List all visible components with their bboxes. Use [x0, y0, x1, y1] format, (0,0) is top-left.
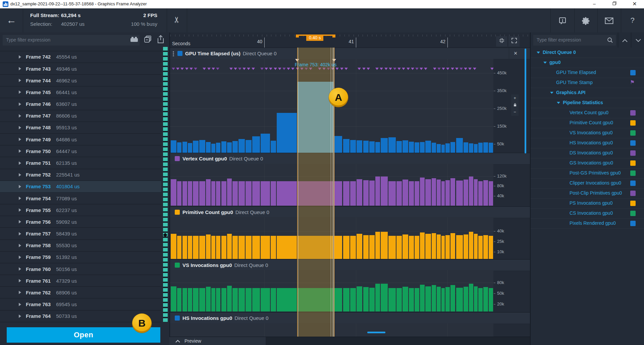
- data-bar[interactable]: [206, 234, 211, 259]
- metric-row[interactable]: VS Invocations gpu0: [531, 128, 644, 138]
- tree-caret-icon[interactable]: [557, 102, 560, 104]
- expand-caret-icon[interactable]: [19, 279, 21, 282]
- data-bar[interactable]: [193, 288, 199, 312]
- metric-color-swatch[interactable]: [630, 120, 636, 126]
- metric-prev-button[interactable]: [618, 32, 631, 48]
- data-bar[interactable]: [432, 143, 436, 153]
- data-bar[interactable]: [402, 140, 408, 153]
- expand-caret-icon[interactable]: [19, 303, 21, 306]
- frame-list-scrollbar[interactable]: [163, 47, 168, 322]
- data-bar[interactable]: [388, 236, 396, 259]
- data-bar[interactable]: [171, 179, 176, 206]
- frame-row[interactable]: Frame 74566441 us: [0, 86, 161, 98]
- zoom-out-button[interactable]: −: [511, 109, 519, 116]
- data-bar[interactable]: [221, 236, 227, 259]
- metric-row[interactable]: PS Invocations gpu0: [531, 198, 644, 209]
- data-bar[interactable]: [396, 288, 402, 312]
- data-bar[interactable]: [177, 181, 182, 206]
- data-bar[interactable]: [415, 288, 419, 312]
- data-bar[interactable]: [221, 181, 227, 206]
- data-bar[interactable]: [409, 181, 414, 206]
- data-bar[interactable]: [396, 141, 402, 153]
- data-bar[interactable]: [425, 179, 431, 206]
- data-bar[interactable]: [199, 288, 205, 312]
- data-bar[interactable]: [450, 285, 455, 312]
- metric-row[interactable]: Direct Queue 0: [531, 48, 644, 58]
- frame-row[interactable]: Frame 76050156 us: [0, 263, 161, 275]
- expand-caret-icon[interactable]: [19, 291, 21, 294]
- frame-row[interactable]: Frame 752225541 us: [0, 169, 161, 181]
- data-bar[interactable]: [456, 235, 463, 259]
- data-bar[interactable]: [363, 180, 369, 206]
- data-bar[interactable]: [227, 142, 232, 153]
- data-bar[interactable]: [464, 180, 468, 206]
- data-bar[interactable]: [445, 143, 450, 153]
- data-bar[interactable]: [177, 288, 182, 312]
- preview-toggle[interactable]: Preview: [169, 337, 266, 345]
- data-bar[interactable]: [227, 286, 232, 312]
- data-bar[interactable]: [474, 179, 478, 206]
- data-bar[interactable]: [216, 181, 220, 206]
- feedback-button[interactable]: [550, 8, 575, 32]
- data-bar[interactable]: [188, 236, 192, 259]
- data-bar[interactable]: [381, 232, 388, 259]
- data-bar[interactable]: [441, 145, 445, 153]
- data-bar[interactable]: [478, 288, 483, 312]
- frame-row[interactable]: Frame 74446962 us: [0, 75, 161, 86]
- expand-caret-icon[interactable]: [19, 220, 21, 223]
- data-bar[interactable]: [469, 177, 473, 206]
- data-bar[interactable]: [216, 143, 220, 153]
- frame-row[interactable]: Frame 74149722 us: [0, 47, 161, 51]
- data-bar[interactable]: [227, 179, 232, 206]
- data-bar[interactable]: [437, 180, 441, 206]
- expand-caret-icon[interactable]: [19, 232, 21, 235]
- data-bar[interactable]: [441, 236, 445, 259]
- data-bar[interactable]: [381, 284, 388, 312]
- data-bar[interactable]: [252, 288, 260, 312]
- data-bar[interactable]: [182, 142, 187, 153]
- expand-caret-icon[interactable]: [19, 315, 21, 318]
- data-bar[interactable]: [357, 234, 362, 259]
- data-bar[interactable]: [469, 284, 473, 312]
- data-bar[interactable]: [271, 236, 276, 259]
- data-bar[interactable]: [369, 181, 375, 206]
- capture-icon[interactable]: [129, 35, 140, 46]
- data-bar[interactable]: [363, 141, 369, 153]
- metric-row[interactable]: Post-GS Primitives gpu0: [531, 168, 644, 179]
- chart-header[interactable]: Vertex Count gpu0Direct Queue 0: [170, 153, 531, 164]
- data-bar[interactable]: [343, 288, 350, 312]
- data-bar[interactable]: [441, 181, 445, 206]
- data-bar[interactable]: [483, 287, 488, 312]
- data-bar[interactable]: [409, 142, 414, 153]
- close-button[interactable]: ✕: [629, 0, 640, 8]
- expand-caret-icon[interactable]: [19, 55, 21, 59]
- data-bar[interactable]: [271, 288, 276, 312]
- metric-row[interactable]: Vertex Count gpu0: [531, 108, 644, 118]
- data-bar[interactable]: [489, 181, 493, 206]
- metric-color-swatch[interactable]: [630, 140, 636, 146]
- frame-row[interactable]: Frame 76268906 us: [0, 287, 161, 298]
- metric-row[interactable]: GPU Time Stamp⚑: [531, 78, 644, 88]
- data-bar[interactable]: [216, 288, 220, 312]
- data-bar[interactable]: [425, 286, 431, 312]
- metric-color-swatch[interactable]: [630, 170, 636, 176]
- zoom-lock-button[interactable]: [511, 101, 519, 109]
- drag-handle-icon[interactable]: [173, 51, 174, 56]
- data-bar[interactable]: [437, 144, 441, 153]
- metric-color-swatch[interactable]: [630, 181, 636, 186]
- data-bar[interactable]: [252, 236, 260, 259]
- frame-row[interactable]: Frame 76147329 us: [0, 275, 161, 287]
- data-bar[interactable]: [420, 232, 425, 259]
- data-bar[interactable]: [464, 142, 468, 153]
- chart-header[interactable]: Primitive Count gpu0Direct Queue 0: [170, 206, 531, 218]
- data-bar[interactable]: [450, 233, 455, 259]
- data-bar[interactable]: [171, 234, 176, 259]
- data-bar[interactable]: [188, 181, 192, 206]
- frame-row[interactable]: Frame 75162135 us: [0, 157, 161, 169]
- data-bar[interactable]: [474, 286, 478, 312]
- data-bar[interactable]: [396, 236, 402, 259]
- zoom-in-button[interactable]: +: [511, 94, 519, 101]
- data-bar[interactable]: [402, 234, 408, 259]
- metric-row[interactable]: Pixels Rendered gpu0: [531, 218, 644, 229]
- data-bar[interactable]: [182, 236, 187, 259]
